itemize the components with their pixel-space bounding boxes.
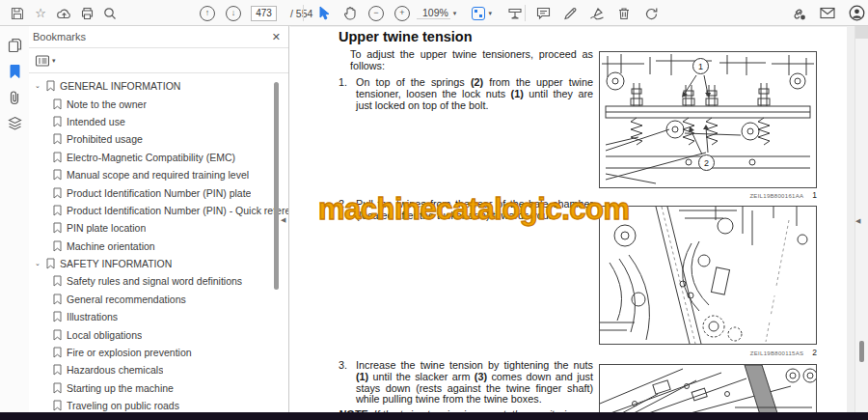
- chevron-down-icon: ▾: [52, 57, 56, 65]
- view-tools-group: − + 109% ▾ ▾: [312, 0, 527, 26]
- bookmark-label: Local obligations: [67, 329, 142, 341]
- bookmark-icon: [53, 205, 67, 216]
- bookmarks-panel-button[interactable]: [0, 58, 29, 84]
- bookmark-icon: [53, 133, 67, 145]
- bookmark-icon: [53, 187, 67, 199]
- pages-icon: [8, 38, 22, 53]
- bookmark-item[interactable]: Hazardous chemicals: [29, 361, 288, 378]
- bookmark-icon: [53, 382, 67, 394]
- minus-icon: −: [368, 6, 384, 21]
- bookmark-label: Safety rules and signal word definitions: [67, 275, 242, 287]
- upload-share-button[interactable]: [52, 2, 75, 25]
- pdf-reader-window: ☆ ↑ ↓ / 554 − +: [0, 0, 868, 420]
- bookmark-icon: [53, 275, 67, 287]
- taskbar-strip: [0, 412, 868, 420]
- search-button[interactable]: [98, 2, 122, 25]
- print-button[interactable]: [75, 2, 98, 25]
- bookmark-item[interactable]: Product Identification Number (PIN) - Qu…: [29, 202, 288, 219]
- attachments-button[interactable]: [0, 84, 29, 110]
- search-icon: [103, 7, 117, 20]
- scrollbar-thumb[interactable]: [859, 341, 864, 362]
- bookmark-item[interactable]: PIN plate location: [29, 219, 288, 237]
- page-thumbnails-button[interactable]: [0, 32, 29, 58]
- bookmark-item[interactable]: Note to the owner: [29, 95, 288, 112]
- bookmark-icon: [53, 329, 67, 341]
- figure-2-caption: ZEIL19B800115AS 2: [599, 348, 817, 357]
- save-button[interactable]: [6, 2, 29, 25]
- bookmark-item[interactable]: Electro-Magnetic Compatibility (EMC): [29, 149, 288, 166]
- share-account-group: [787, 0, 868, 26]
- step-number: 3.: [339, 360, 356, 406]
- expand-tools-pane-arrow[interactable]: ◀: [855, 214, 867, 228]
- bookmark-item[interactable]: Safety rules and signal word definitions: [29, 272, 288, 290]
- bookmark-item[interactable]: Prohibited usage: [29, 130, 288, 148]
- layers-icon: [8, 116, 22, 130]
- share-link-button[interactable]: [787, 2, 810, 25]
- bookmark-item[interactable]: Starting up the machine: [29, 379, 288, 397]
- hand-tool-button[interactable]: [339, 2, 362, 25]
- pencil-button[interactable]: [558, 2, 582, 25]
- account-button[interactable]: [845, 2, 868, 25]
- bookmark-item[interactable]: Intended use: [29, 113, 288, 130]
- options-list-icon: [35, 54, 50, 68]
- page-navigation: ↑ ↓ / 554: [199, 0, 312, 26]
- section-heading: Upper twine tension: [339, 29, 593, 44]
- panel-scrollbar-thumb[interactable]: [274, 82, 279, 290]
- figure-2-lineart: [600, 207, 816, 344]
- toolbar-divider: [525, 5, 526, 21]
- chevron-down-icon[interactable]: ⌄: [35, 82, 46, 90]
- delete-button[interactable]: [612, 2, 636, 25]
- step-3: 3. Increase the twine tension by tighten…: [339, 360, 593, 406]
- step-1: 1. On top of the springs (2) from the up…: [339, 77, 593, 111]
- bookmark-item[interactable]: ⌄ SAFETY INFORMATION: [29, 255, 288, 272]
- page-display-icon: [472, 7, 485, 20]
- callout-1: 1: [692, 58, 709, 74]
- bookmark-tree: ⌄ GENERAL INFORMATION Note to the owner: [29, 73, 288, 413]
- comment-button[interactable]: [531, 2, 555, 25]
- next-page-button[interactable]: ↓: [225, 2, 242, 25]
- collapse-panel-arrow[interactable]: ◀: [281, 213, 290, 227]
- page-number-input[interactable]: [251, 6, 277, 21]
- bookmark-item[interactable]: Machine orientation: [29, 238, 288, 255]
- bookmark-icon: [53, 116, 67, 127]
- rotate-button[interactable]: [639, 2, 663, 25]
- zoom-in-button[interactable]: +: [391, 2, 414, 25]
- bookmark-item[interactable]: Illustrations: [29, 308, 288, 325]
- scrollbar-top-button[interactable]: [855, 26, 868, 39]
- bookmark-item[interactable]: General recommendations: [29, 291, 288, 308]
- chevron-down-icon: ▾: [488, 10, 492, 17]
- bookmark-icon: [53, 240, 67, 252]
- save-icon: [11, 7, 24, 20]
- figure-code: ZEIL19B800161AA: [749, 193, 803, 199]
- bookmark-label: Manual scope and required training level: [67, 169, 249, 181]
- bookmark-item[interactable]: ⌄ GENERAL INFORMATION: [29, 77, 288, 95]
- plus-icon: +: [394, 6, 410, 21]
- select-tool-button[interactable]: [312, 2, 336, 25]
- layers-button[interactable]: [0, 110, 29, 136]
- bookmark-icon: [46, 80, 60, 92]
- zoom-level-dropdown[interactable]: 109% ▾: [417, 7, 459, 19]
- bookmark-label: Starting up the machine: [67, 382, 174, 394]
- bookmark-item[interactable]: Traveling on public roads: [29, 397, 288, 413]
- fill-sign-button[interactable]: [585, 2, 609, 25]
- figure-1-caption: ZEIL19B800161AA 1: [599, 190, 817, 200]
- bookmark-label: Product Identification Number (PIN) - Qu…: [67, 205, 288, 216]
- page-display-dropdown[interactable]: ▾: [472, 7, 495, 20]
- bookmark-item[interactable]: Manual scope and required training level: [29, 166, 288, 183]
- bookmark-icon: [9, 64, 21, 79]
- bookmark-options-button[interactable]: ▾: [35, 54, 59, 68]
- chevron-down-icon[interactable]: ⌄: [35, 260, 46, 267]
- figure-1: 1 2: [599, 51, 817, 188]
- star-icon: ☆: [35, 6, 46, 20]
- zoom-out-button[interactable]: −: [365, 2, 388, 25]
- reading-mode-button[interactable]: [503, 2, 527, 25]
- bookmark-item[interactable]: Fire or explosion prevention: [29, 344, 288, 361]
- bookmark-item[interactable]: Local obligations: [29, 325, 288, 343]
- step-text: On top of the springs (2) from the upper…: [356, 77, 593, 111]
- previous-page-button[interactable]: ↑: [199, 2, 216, 25]
- email-button[interactable]: [816, 2, 839, 25]
- bookmark-item[interactable]: Product Identification Number (PIN) plat…: [29, 183, 288, 201]
- close-panel-button[interactable]: ✕: [272, 31, 281, 43]
- star-button[interactable]: ☆: [29, 2, 52, 25]
- toolbar: ☆ ↑ ↓ / 554 − +: [0, 0, 868, 26]
